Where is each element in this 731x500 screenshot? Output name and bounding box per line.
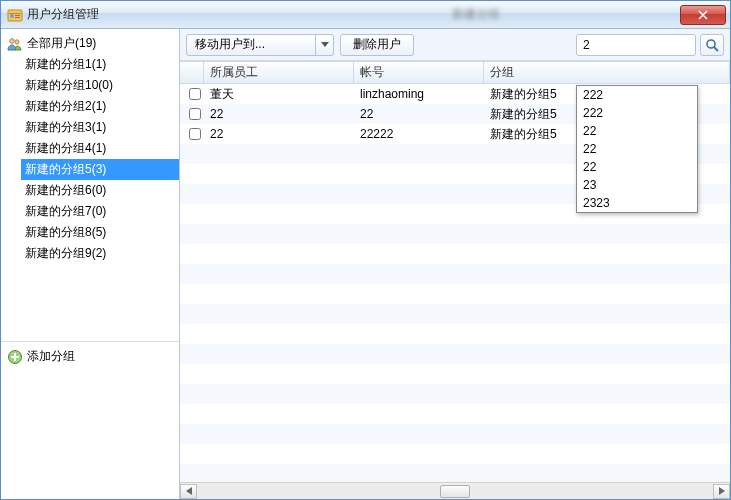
add-group-button[interactable]: 添加分组 bbox=[7, 348, 173, 365]
user-grid: 所属员工 帐号 分组 董天 linzhaoming 新建的分组5 bbox=[180, 61, 730, 482]
search-input[interactable] bbox=[576, 34, 696, 56]
grid-header-group[interactable]: 分组 bbox=[484, 62, 730, 83]
scroll-track[interactable] bbox=[197, 484, 713, 499]
close-icon bbox=[697, 10, 709, 20]
app-icon bbox=[7, 7, 23, 23]
toolbar: 移动用户到... 删除用户 bbox=[180, 29, 730, 61]
search-suggest-popup: 222 222 22 22 22 23 2323 bbox=[576, 85, 698, 213]
grid-header-checkbox[interactable] bbox=[180, 62, 204, 83]
titlebar: 用户分组管理 新建分组 bbox=[1, 1, 730, 29]
tree-children: 新建的分组1(1) 新建的分组10(0) 新建的分组2(1) 新建的分组3(1)… bbox=[1, 54, 179, 264]
cell-employee: 22 bbox=[204, 107, 354, 121]
add-group-panel: 添加分组 bbox=[1, 341, 179, 499]
cell-employee: 22 bbox=[204, 127, 354, 141]
dropdown-label: 移动用户到... bbox=[187, 36, 273, 53]
svg-point-5 bbox=[10, 38, 14, 43]
sidebar-group-item[interactable]: 新建的分组2(1) bbox=[21, 96, 179, 117]
users-icon bbox=[7, 37, 23, 51]
suggest-item[interactable]: 22 bbox=[577, 122, 697, 140]
svg-point-10 bbox=[707, 40, 715, 48]
close-button[interactable] bbox=[680, 5, 726, 25]
svg-line-11 bbox=[714, 47, 718, 51]
sidebar-group-item[interactable]: 新建的分组4(1) bbox=[21, 138, 179, 159]
sidebar-group-item[interactable]: 新建的分组7(0) bbox=[21, 201, 179, 222]
search-icon bbox=[705, 38, 719, 52]
sidebar-group-item-selected[interactable]: 新建的分组5(3) bbox=[21, 159, 179, 180]
add-group-label: 添加分组 bbox=[27, 348, 75, 365]
sidebar-group-item[interactable]: 新建的分组6(0) bbox=[21, 180, 179, 201]
app-window: 用户分组管理 新建分组 全部用户(19) 新建的分组1(1) 新建的分组10(0… bbox=[0, 0, 731, 500]
row-checkbox[interactable] bbox=[189, 108, 201, 120]
scroll-thumb[interactable] bbox=[440, 485, 470, 498]
svg-rect-3 bbox=[15, 15, 20, 16]
tree-root-all-users[interactable]: 全部用户(19) bbox=[1, 33, 179, 54]
scroll-left-button[interactable] bbox=[180, 484, 197, 499]
svg-rect-1 bbox=[9, 13, 21, 14]
plus-icon bbox=[7, 349, 23, 365]
main-panel: 移动用户到... 删除用户 所属员工 bbox=[180, 29, 730, 499]
grid-header-account[interactable]: 帐号 bbox=[354, 62, 484, 83]
horizontal-scrollbar[interactable] bbox=[180, 482, 730, 499]
sidebar-group-item[interactable]: 新建的分组1(1) bbox=[21, 54, 179, 75]
sidebar: 全部用户(19) 新建的分组1(1) 新建的分组10(0) 新建的分组2(1) … bbox=[1, 29, 180, 499]
suggest-item[interactable]: 222 bbox=[577, 104, 697, 122]
chevron-down-icon bbox=[315, 35, 333, 55]
tree-root-label: 全部用户(19) bbox=[27, 35, 96, 52]
cell-account: 22222 bbox=[354, 127, 484, 141]
suggest-item[interactable]: 23 bbox=[577, 176, 697, 194]
grid-body: 董天 linzhaoming 新建的分组5 22 22 新建的分组5 bbox=[180, 84, 730, 482]
scroll-right-button[interactable] bbox=[713, 484, 730, 499]
sidebar-group-item[interactable]: 新建的分组3(1) bbox=[21, 117, 179, 138]
cell-account: 22 bbox=[354, 107, 484, 121]
delete-user-button[interactable]: 删除用户 bbox=[340, 34, 414, 56]
cell-employee: 董天 bbox=[204, 86, 354, 103]
suggest-item[interactable]: 22 bbox=[577, 140, 697, 158]
window-title: 用户分组管理 bbox=[27, 6, 99, 23]
svg-rect-4 bbox=[15, 17, 20, 18]
svg-rect-9 bbox=[11, 356, 19, 358]
sidebar-group-item[interactable]: 新建的分组9(2) bbox=[21, 243, 179, 264]
content-area: 全部用户(19) 新建的分组1(1) 新建的分组10(0) 新建的分组2(1) … bbox=[1, 29, 730, 499]
sidebar-group-item[interactable]: 新建的分组10(0) bbox=[21, 75, 179, 96]
search-area bbox=[576, 34, 724, 56]
svg-point-2 bbox=[10, 14, 14, 18]
suggest-item[interactable]: 222 bbox=[577, 86, 697, 104]
suggest-item[interactable]: 2323 bbox=[577, 194, 697, 212]
suggest-item[interactable]: 22 bbox=[577, 158, 697, 176]
triangle-left-icon bbox=[186, 487, 192, 495]
cell-account: linzhaoming bbox=[354, 87, 484, 101]
delete-user-label: 删除用户 bbox=[353, 36, 401, 53]
row-checkbox[interactable] bbox=[189, 88, 201, 100]
row-checkbox[interactable] bbox=[189, 128, 201, 140]
svg-point-6 bbox=[15, 39, 19, 43]
search-button[interactable] bbox=[700, 34, 724, 56]
group-tree: 全部用户(19) 新建的分组1(1) 新建的分组10(0) 新建的分组2(1) … bbox=[1, 29, 179, 341]
triangle-right-icon bbox=[719, 487, 725, 495]
grid-header-employee[interactable]: 所属员工 bbox=[204, 62, 354, 83]
move-user-dropdown[interactable]: 移动用户到... bbox=[186, 34, 334, 56]
blurred-text: 新建分组 bbox=[452, 6, 500, 23]
grid-header-row: 所属员工 帐号 分组 bbox=[180, 62, 730, 84]
sidebar-group-item[interactable]: 新建的分组8(5) bbox=[21, 222, 179, 243]
